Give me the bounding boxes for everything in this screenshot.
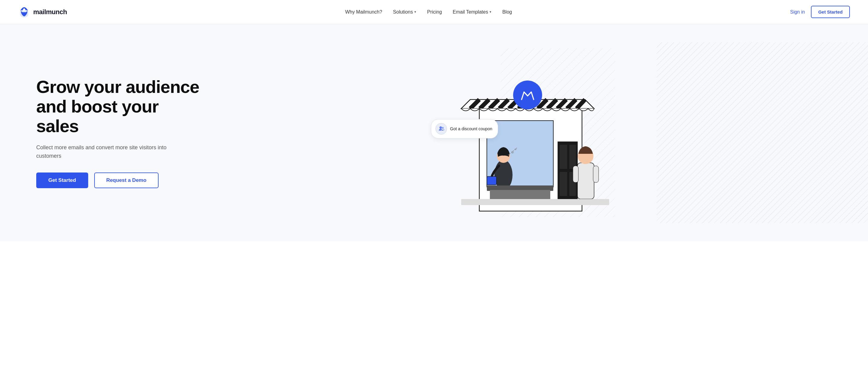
discount-bubble-text: Got a discount coupon — [450, 126, 492, 132]
hero-title: Grow your audience and boost your sales — [36, 77, 205, 136]
nav-link-email-templates[interactable]: Email Templates ▾ — [453, 9, 491, 15]
svg-rect-8 — [560, 172, 567, 196]
hero-subtitle: Collect more emails and convert more sit… — [36, 143, 169, 161]
logo-text: mailmunch — [33, 8, 67, 16]
hero-section: Grow your audience and boost your sales … — [0, 24, 868, 241]
store-illustration: + Got a discount coupon — [440, 48, 615, 217]
nav-item-blog[interactable]: Blog — [502, 9, 512, 15]
bubble-avatar-icon: + — [435, 123, 447, 135]
get-started-nav-button[interactable]: Get Started — [811, 6, 850, 18]
request-demo-button[interactable]: Request a Demo — [94, 173, 159, 188]
mailmunch-logo-icon — [18, 7, 30, 18]
logo-link[interactable]: mailmunch — [18, 7, 67, 18]
nav-item-solutions[interactable]: Solutions ▾ — [393, 9, 416, 15]
discount-bubble: + Got a discount coupon — [431, 119, 498, 138]
svg-point-37 — [515, 148, 517, 150]
nav-actions: Sign in Get Started — [790, 6, 850, 18]
nav-link-why[interactable]: Why Mailmunch? — [345, 9, 382, 15]
hero-illustration: + Got a discount coupon — [205, 42, 850, 223]
nav-item-why[interactable]: Why Mailmunch? — [345, 9, 382, 15]
nav-link-solutions[interactable]: Solutions ▾ — [393, 9, 416, 15]
svg-rect-6 — [560, 145, 567, 169]
svg-rect-7 — [569, 145, 576, 169]
sign-in-link[interactable]: Sign in — [790, 9, 805, 15]
svg-point-39 — [442, 127, 444, 129]
hero-content: Grow your audience and boost your sales … — [36, 77, 205, 188]
svg-point-36 — [511, 151, 514, 153]
nav-item-email-templates[interactable]: Email Templates ▾ — [453, 9, 491, 15]
nav-links: Why Mailmunch? Solutions ▾ Pricing Email… — [345, 9, 512, 15]
hero-bg-pattern — [657, 42, 868, 223]
svg-rect-33 — [593, 166, 598, 182]
svg-rect-27 — [487, 176, 497, 185]
svg-rect-32 — [573, 166, 578, 182]
navbar: mailmunch Why Mailmunch? Solutions ▾ Pri… — [0, 0, 868, 24]
get-started-hero-button[interactable]: Get Started — [36, 173, 88, 188]
svg-point-24 — [513, 80, 542, 109]
svg-text:+: + — [442, 130, 443, 132]
nav-link-blog[interactable]: Blog — [502, 9, 512, 15]
nav-item-pricing[interactable]: Pricing — [427, 9, 442, 15]
svg-rect-34 — [461, 199, 609, 205]
nav-link-pricing[interactable]: Pricing — [427, 9, 442, 15]
svg-rect-30 — [578, 163, 594, 199]
hero-buttons: Get Started Request a Demo — [36, 173, 205, 188]
svg-point-38 — [439, 126, 442, 129]
chevron-down-icon: ▾ — [414, 10, 416, 14]
chevron-down-icon-2: ▾ — [490, 10, 491, 14]
